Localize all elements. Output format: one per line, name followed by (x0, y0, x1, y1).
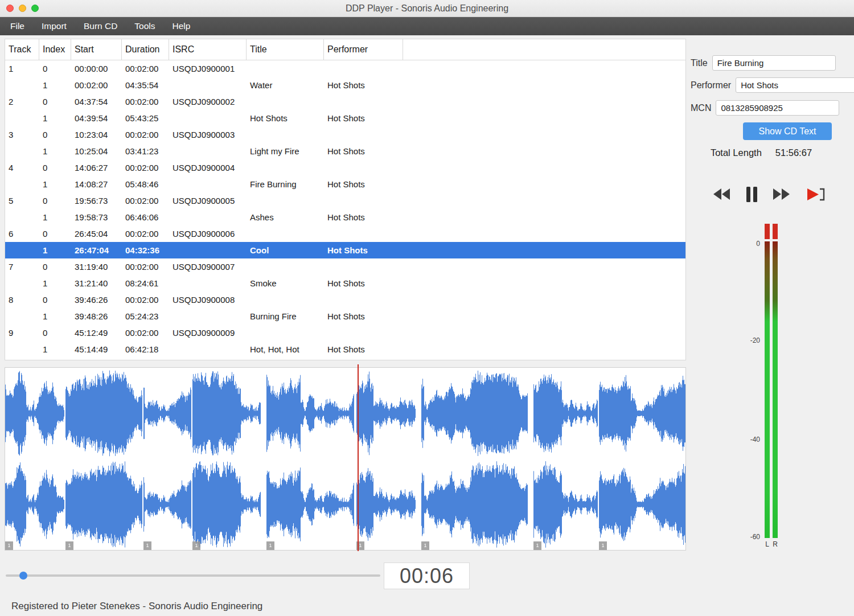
minimize-button[interactable] (19, 5, 26, 12)
cell-start: 00:02:00 (71, 80, 122, 90)
track-start-marker[interactable]: 1 (533, 541, 541, 550)
performer-input[interactable] (736, 77, 854, 93)
cell-performer: Hot Shots (324, 80, 403, 90)
close-button[interactable] (6, 5, 14, 12)
table-row[interactable]: 139:48:2605:24:23Burning FireHot Shots (5, 308, 685, 325)
cell-index: 1 (39, 344, 71, 354)
cell-duration: 05:48:46 (122, 179, 169, 189)
cell-start: 45:14:49 (71, 344, 122, 354)
cell-isrc: USQDJ0900009 (169, 328, 247, 338)
meter-bar-right (773, 224, 778, 538)
cell-start: 14:08:27 (71, 179, 122, 189)
cell-duration: 03:41:23 (122, 146, 169, 156)
table-row[interactable]: 5019:56:7300:02:00USQDJ0900005 (5, 192, 685, 209)
performer-field-row: Performer (691, 77, 832, 93)
cell-index: 1 (39, 80, 71, 90)
cell-isrc: USQDJ0900003 (169, 130, 247, 139)
cell-index: 1 (39, 212, 71, 222)
menu-item-file[interactable]: File (2, 17, 33, 35)
menu-item-tools[interactable]: Tools (126, 17, 163, 35)
level-meter: 0-20-40-60 LR (741, 224, 798, 557)
cell-index: 0 (39, 97, 71, 106)
meter-scale-label: 0 (741, 240, 760, 248)
track-start-marker[interactable]: 1 (5, 541, 13, 550)
cell-performer: Hot Shots (324, 344, 403, 354)
cell-track: 3 (5, 130, 39, 139)
table-row[interactable]: 4014:06:2700:02:00USQDJ0900004 (5, 159, 685, 176)
pause-button[interactable] (746, 186, 758, 203)
column-header-index: Index (39, 39, 71, 60)
cell-index: 0 (39, 64, 71, 73)
playhead-cursor[interactable] (358, 364, 359, 551)
show-cd-text-button[interactable]: Show CD Text (743, 122, 832, 140)
cell-index: 0 (39, 328, 71, 338)
cell-duration: 00:02:00 (122, 196, 169, 206)
waveform-display[interactable]: 111111111 (5, 367, 686, 551)
track-start-marker[interactable]: 1 (266, 541, 274, 550)
cell-start: 19:56:73 (71, 196, 122, 206)
track-start-marker[interactable]: 1 (143, 541, 151, 550)
fast-forward-button[interactable] (773, 188, 790, 200)
table-row[interactable]: 7031:19:4000:02:00USQDJ0900007 (5, 258, 685, 275)
column-header-performer: Performer (324, 39, 403, 60)
table-row[interactable]: 126:47:0404:32:36CoolHot Shots (5, 242, 685, 258)
column-header-start: Start (71, 39, 122, 60)
menu-item-import[interactable]: Import (33, 17, 75, 35)
play-to-end-button[interactable] (806, 187, 826, 202)
cell-duration: 00:02:00 (122, 97, 169, 106)
table-row[interactable]: 131:21:4008:24:61SmokeHot Shots (5, 275, 685, 291)
cell-track: 8 (5, 295, 39, 305)
title-field-row: Title (691, 55, 832, 71)
cell-index: 0 (39, 262, 71, 272)
menu-bar: FileImportBurn CDToolsHelp (0, 17, 854, 35)
registration-text: Registered to Pieter Stenekes - Sonoris … (11, 601, 262, 612)
table-row[interactable]: 3010:23:0400:02:00USQDJ0900003 (5, 126, 685, 143)
cell-index: 0 (39, 295, 71, 305)
cell-performer: Hot Shots (324, 146, 403, 156)
cell-duration: 00:02:00 (122, 295, 169, 305)
rewind-button[interactable] (713, 188, 730, 200)
table-row[interactable]: 119:58:7306:46:06AshesHot Shots (5, 209, 685, 225)
column-header-isrc: ISRC (169, 39, 247, 60)
playback-slider[interactable] (6, 574, 380, 577)
table-row[interactable]: 6026:45:0400:02:00USQDJ0900006 (5, 225, 685, 242)
meter-scale-label: -40 (741, 436, 760, 443)
cell-performer: Hot Shots (324, 179, 403, 189)
menu-item-burn-cd[interactable]: Burn CD (75, 17, 126, 35)
cell-index: 1 (39, 146, 71, 156)
table-row[interactable]: 145:14:4906:42:18Hot, Hot, HotHot Shots (5, 341, 685, 358)
cell-index: 1 (39, 113, 71, 123)
table-row[interactable]: 2004:37:5400:02:00USQDJ0900002 (5, 93, 685, 110)
track-start-marker[interactable]: 1 (599, 541, 607, 550)
column-header-title: Title (247, 39, 324, 60)
menu-item-help[interactable]: Help (164, 17, 199, 35)
cell-start: 04:39:54 (71, 113, 122, 123)
cell-isrc: USQDJ0900002 (169, 97, 247, 106)
cell-start: 39:48:26 (71, 311, 122, 321)
cell-start: 10:23:04 (71, 130, 122, 139)
table-row[interactable]: 110:25:0403:41:23Light my FireHot Shots (5, 143, 685, 159)
total-length-value: 51:56:67 (775, 147, 812, 158)
track-start-marker[interactable]: 1 (421, 541, 429, 550)
cell-duration: 06:42:18 (122, 344, 169, 354)
title-input[interactable] (712, 55, 836, 71)
column-header-filler (403, 39, 685, 60)
mcn-input[interactable] (716, 100, 839, 116)
table-row[interactable]: 104:39:5405:43:25Hot ShotsHot Shots (5, 110, 685, 126)
cell-title: Hot, Hot, Hot (247, 344, 324, 354)
zoom-button[interactable] (31, 5, 39, 12)
waveform-canvas (5, 368, 685, 549)
table-row[interactable]: 1000:00:0000:02:00USQDJ0900001 (5, 60, 685, 77)
table-row[interactable]: 114:08:2705:48:46Fire BurningHot Shots (5, 176, 685, 192)
cell-start: 26:47:04 (71, 245, 122, 255)
track-start-marker[interactable]: 1 (192, 541, 200, 550)
cell-start: 45:12:49 (71, 328, 122, 338)
table-row[interactable]: 8039:46:2600:02:00USQDJ0900008 (5, 291, 685, 308)
cell-title: Smoke (247, 278, 324, 288)
track-start-marker[interactable]: 1 (65, 541, 73, 550)
cell-index: 0 (39, 196, 71, 206)
app-window: DDP Player - Sonoris Audio Engineering F… (0, 0, 854, 616)
table-row[interactable]: 9045:12:4900:02:00USQDJ0900009 (5, 325, 685, 341)
table-row[interactable]: 100:02:0004:35:54WaterHot Shots (5, 77, 685, 93)
slider-thumb[interactable] (19, 572, 27, 580)
